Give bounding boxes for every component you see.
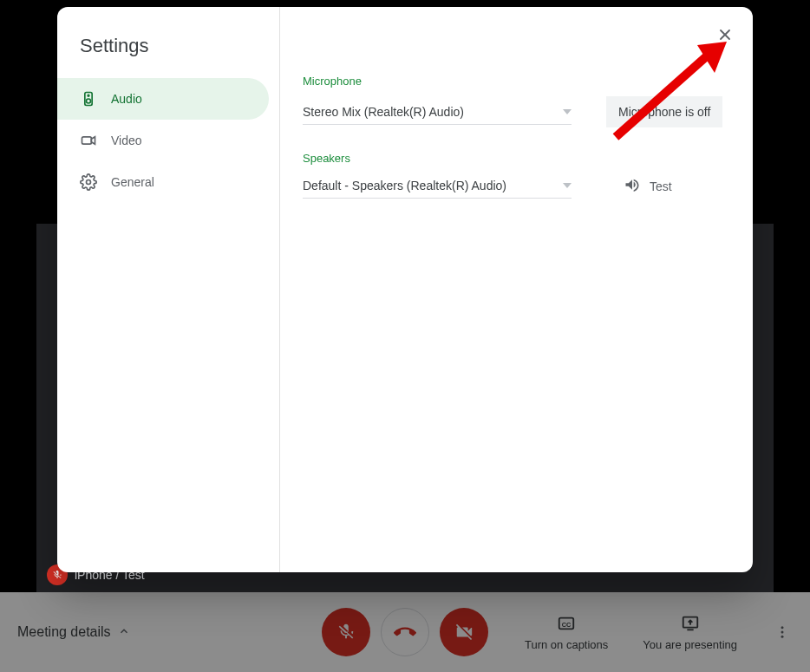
sidebar-item-audio[interactable]: Audio — [57, 78, 269, 120]
speakers-dropdown[interactable]: Default - Speakers (Realtek(R) Audio) — [303, 173, 572, 199]
sidebar-item-general[interactable]: General — [57, 161, 269, 203]
mute-mic-button[interactable] — [322, 608, 370, 656]
chevron-up-icon — [118, 625, 130, 640]
microphone-section: Microphone Stereo Mix (Realtek(R) Audio)… — [303, 75, 723, 127]
svg-marker-16 — [563, 183, 572, 188]
svg-point-9 — [88, 95, 89, 96]
bottom-toolbar: Meeting details CC Turn on captions You … — [0, 592, 810, 672]
settings-content: Microphone Stereo Mix (Realtek(R) Audio)… — [280, 7, 753, 572]
hang-up-button[interactable] — [381, 608, 429, 656]
svg-point-4 — [781, 626, 784, 629]
gear-icon — [80, 173, 97, 191]
settings-sidebar: Settings Audio Video General — [57, 7, 280, 572]
microphone-label: Microphone — [303, 75, 723, 88]
svg-point-8 — [87, 99, 91, 103]
call-controls — [322, 608, 488, 656]
presenting-button[interactable]: You are presenting — [643, 614, 737, 651]
nav-video-label: Video — [111, 134, 142, 147]
speakers-selected: Default - Speakers (Realtek(R) Audio) — [303, 179, 506, 192]
close-button[interactable] — [711, 21, 739, 49]
speakers-section: Speakers Default - Speakers (Realtek(R) … — [303, 152, 723, 199]
caret-down-icon — [563, 179, 572, 192]
svg-marker-15 — [563, 109, 572, 114]
svg-point-12 — [87, 180, 91, 185]
microphone-selected: Stereo Mix (Realtek(R) Audio) — [303, 105, 464, 119]
microphone-status: Microphone is off — [606, 96, 722, 127]
right-actions: CC Turn on captions You are presenting — [525, 614, 793, 651]
svg-marker-11 — [91, 137, 95, 144]
meeting-details-label: Meeting details — [17, 624, 111, 640]
svg-rect-10 — [82, 137, 92, 144]
svg-point-5 — [781, 631, 784, 634]
caret-down-icon — [563, 105, 572, 119]
microphone-dropdown[interactable]: Stereo Mix (Realtek(R) Audio) — [303, 100, 572, 125]
camera-off-button[interactable] — [440, 608, 488, 656]
camera-icon — [80, 132, 97, 149]
meeting-details-button[interactable]: Meeting details — [17, 624, 130, 640]
captions-label: Turn on captions — [525, 638, 608, 651]
settings-title: Settings — [57, 28, 279, 78]
nav-audio-label: Audio — [111, 92, 142, 106]
nav-general-label: General — [111, 175, 154, 189]
speaker-icon — [80, 90, 97, 108]
presenting-label: You are presenting — [643, 638, 737, 651]
speakers-label: Speakers — [303, 152, 723, 165]
svg-point-6 — [781, 636, 784, 638]
captions-button[interactable]: CC Turn on captions — [525, 614, 608, 651]
settings-modal: Settings Audio Video General Microph — [57, 7, 753, 572]
svg-text:CC: CC — [562, 620, 572, 628]
test-label: Test — [650, 179, 672, 193]
volume-icon — [624, 176, 641, 196]
more-options-button[interactable] — [772, 622, 793, 643]
test-speakers-button[interactable]: Test — [624, 176, 672, 196]
sidebar-item-video[interactable]: Video — [57, 120, 269, 161]
